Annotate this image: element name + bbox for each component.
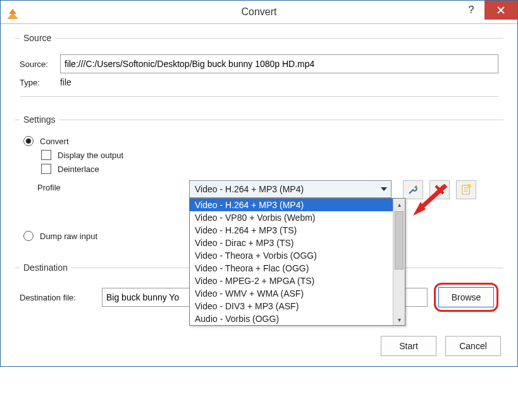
- settings-group: Settings Convert Display the output Dein…: [15, 114, 503, 256]
- profile-dropdown: Video - H.264 + MP3 (MP4)Video - VP80 + …: [189, 198, 405, 326]
- delete-profile-button[interactable]: [429, 180, 450, 199]
- titlebar: Convert ?: [1, 1, 517, 24]
- profile-combobox[interactable]: Video - H.264 + MP3 (MP4): [189, 180, 392, 198]
- checkbox-box-icon: [41, 150, 51, 160]
- dropdown-scrollbar[interactable]: ▴ ▾: [393, 199, 405, 325]
- deinterlace-checkbox[interactable]: Deinterlace: [41, 164, 498, 174]
- profile-option[interactable]: Video - DIV3 + MP3 (ASF): [190, 300, 393, 312]
- scroll-down-icon[interactable]: ▾: [393, 314, 405, 325]
- new-profile-button[interactable]: [456, 180, 476, 199]
- profile-selected-value: Video - H.264 + MP3 (MP4): [195, 184, 304, 194]
- profile-option[interactable]: Audio - Vorbis (OGG): [190, 312, 393, 325]
- start-button-label: Start: [399, 341, 418, 351]
- chevron-down-icon: [381, 187, 387, 191]
- help-button[interactable]: ?: [458, 1, 484, 20]
- dump-raw-label: Dump raw input: [40, 232, 97, 241]
- cancel-button-label: Cancel: [459, 341, 487, 351]
- convert-radio[interactable]: Convert: [23, 136, 498, 146]
- profile-option[interactable]: Video - WMV + WMA (ASF): [190, 287, 393, 300]
- display-output-checkbox[interactable]: Display the output: [41, 150, 498, 160]
- deinterlace-label: Deinterlace: [58, 164, 99, 174]
- profile-option[interactable]: Video - Dirac + MP3 (TS): [190, 237, 393, 249]
- browse-button[interactable]: Browse: [438, 287, 494, 307]
- profile-option[interactable]: Video - Theora + Flac (OGG): [190, 262, 393, 275]
- scroll-thumb[interactable]: [395, 211, 404, 269]
- document-icon: [461, 184, 471, 195]
- radio-bullet-icon: [23, 136, 34, 146]
- type-value: file: [60, 77, 71, 87]
- source-label: Source:: [20, 59, 60, 69]
- scroll-up-icon[interactable]: ▴: [393, 199, 405, 210]
- convert-dialog: Convert ? Source Source: Type: file: [0, 0, 518, 367]
- cancel-button[interactable]: Cancel: [445, 336, 501, 356]
- close-icon: [497, 6, 505, 14]
- source-legend: Source: [20, 33, 55, 43]
- radio-bullet-icon: [23, 231, 34, 241]
- profile-option[interactable]: Video - Theora + Vorbis (OGG): [190, 249, 393, 262]
- source-group: Source Source: Type: file: [15, 33, 503, 108]
- checkbox-box-icon: [41, 164, 51, 174]
- settings-legend: Settings: [20, 114, 59, 125]
- svg-point-8: [467, 184, 471, 188]
- dialog-footer: Start Cancel: [15, 330, 503, 356]
- edit-profile-button[interactable]: [403, 180, 423, 199]
- window-title: Convert: [241, 6, 276, 18]
- profile-option[interactable]: Video - MPEG-2 + MPGA (TS): [190, 275, 393, 287]
- close-button[interactable]: [484, 1, 517, 20]
- profile-label: Profile: [37, 180, 189, 192]
- start-button[interactable]: Start: [381, 336, 436, 356]
- svg-marker-10: [413, 202, 426, 216]
- profile-option[interactable]: Video - H.264 + MP3 (TS): [190, 224, 393, 237]
- vlc-cone-icon: [7, 5, 18, 19]
- browse-button-label: Browse: [452, 292, 481, 302]
- destination-legend: Destination: [20, 262, 71, 273]
- profile-option[interactable]: Video - VP80 + Vorbis (Webm): [190, 211, 393, 224]
- source-input[interactable]: [60, 54, 498, 73]
- destination-file-label: Destination file:: [20, 293, 96, 302]
- display-output-label: Display the output: [58, 151, 123, 160]
- wrench-icon: [407, 184, 419, 195]
- convert-radio-label: Convert: [40, 137, 69, 146]
- cross-icon: [435, 185, 445, 195]
- annotation-highlight: Browse: [434, 283, 498, 312]
- type-label: Type:: [20, 78, 60, 87]
- profile-option[interactable]: Video - H.264 + MP3 (MP4): [190, 199, 393, 211]
